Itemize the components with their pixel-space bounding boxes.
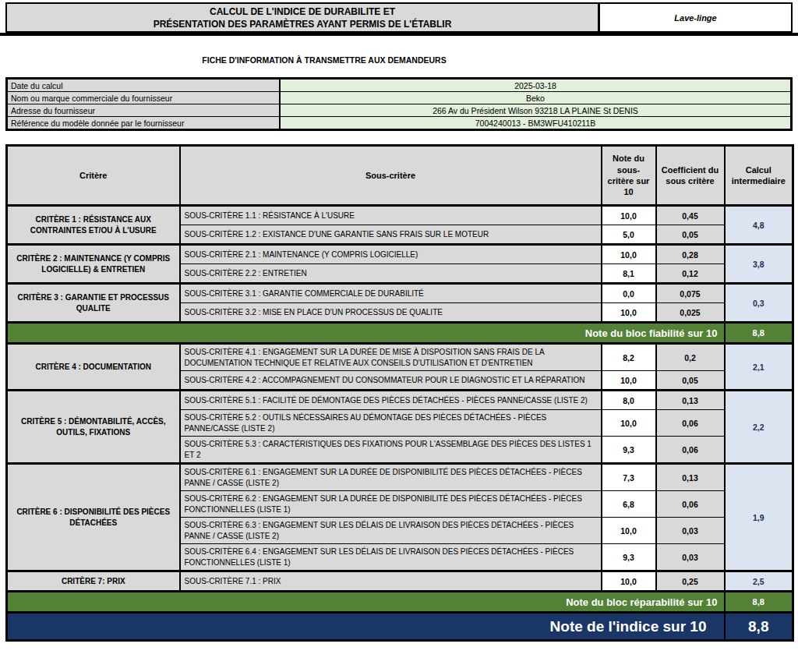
coefficient-cell: 0,45 [656,206,725,225]
note-cell: 7,3 [602,464,656,491]
note-cell: 10,0 [602,245,656,264]
note-cell: 5,0 [602,225,656,245]
sub-criterion-cell: SOUS-CRITÈRE 4.2 : ACCOMPAGNEMENT DU CON… [180,371,602,391]
page-title-line2: PRÉSENTATION DES PARAMÈTRES AYANT PERMIS… [154,18,452,30]
info-label: Nom ou marque commerciale du fournisseur [7,92,281,104]
criterion-cell: CRITÈRE 7: PRIX [7,571,180,592]
info-row: Date du calcul 2025-03-18 [7,79,792,92]
block-note-value: 8,8 [725,323,793,344]
block-summary-row: Note du bloc fiabilité sur 108,8 [7,323,793,344]
page-title-line1: CALCUL DE L'INDICE DE DURABILITE ET [210,5,395,18]
note-cell: 10,0 [602,518,656,544]
info-value: 7004240013 - BM3WFU410211B [280,117,792,130]
product-type-box: Lave-linge [598,2,793,33]
header-divider [0,33,798,36]
coefficient-cell: 0,28 [656,245,725,264]
sub-criterion-cell: SOUS-CRITÈRE 1.1 : RÉSISTANCE À L'USURE [180,206,602,225]
note-cell: 9,3 [602,544,656,571]
sub-criterion-cell: SOUS-CRITÈRE 6.4 : ENGAGEMENT SUR LES DÉ… [180,544,602,571]
block-note-label: Note du bloc réparabilité sur 10 [7,592,725,613]
coefficient-cell: 0,06 [656,491,725,518]
criterion-cell: CRITÈRE 5 : DÉMONTABILITÉ, ACCÈS, OUTILS… [7,391,180,464]
coefficient-cell: 0,13 [656,391,725,410]
note-cell: 0,0 [602,284,656,303]
info-value: 2025-03-18 [280,79,792,92]
coefficient-cell: 0,2 [656,344,725,371]
note-cell: 6,8 [602,491,656,518]
calc-intermediate-cell: 1,9 [725,464,793,571]
criterion-row: CRITÈRE 2 : MAINTENANCE (Y COMPRIS LOGIC… [7,245,793,264]
info-label: Référence du modèle donnée par le fourni… [7,117,281,130]
note-cell: 9,3 [602,437,656,464]
note-cell: 10,0 [602,371,656,391]
column-header-note: Note du sous-critère sur 10 [602,146,656,206]
note-cell: 10,0 [602,571,656,592]
calc-intermediate-cell: 0,3 [725,284,793,323]
note-cell: 10,0 [602,410,656,437]
criterion-row: CRITÈRE 6 : DISPONIBILITÉ DES PIÈCES DÉT… [7,464,793,491]
coefficient-cell: 0,025 [656,303,725,323]
durability-index-sheet: { "page": { "title_line1": "CALCUL DE L'… [0,0,798,672]
coefficient-cell: 0,06 [656,437,725,464]
note-cell: 10,0 [602,206,656,225]
sub-criterion-cell: SOUS-CRITÈRE 5.1 : FACILITÉ DE DÉMONTAGE… [180,391,602,410]
criterion-row: CRITÈRE 3 : GARANTIE ET PROCESSUS QUALIT… [7,284,793,303]
criterion-row: CRITÈRE 7: PRIXSOUS-CRITÈRE 7.1 : PRIX10… [7,571,793,592]
coefficient-cell: 0,03 [656,544,725,571]
sub-criterion-cell: SOUS-CRITÈRE 2.2 : ENTRETIEN [180,264,602,284]
criterion-cell: CRITÈRE 2 : MAINTENANCE (Y COMPRIS LOGIC… [7,245,180,284]
block-summary-row: Note du bloc réparabilité sur 108,8 [7,592,793,613]
criterion-cell: CRITÈRE 1 : RÉSISTANCE AUX CONTRAINTES E… [7,206,180,245]
index-note-value: 8,8 [725,613,793,641]
column-header-coefficient: Coefficient du sous critère [656,146,725,206]
index-note-label: Note de l'indice sur 10 [7,613,725,641]
info-row: Adresse du fournisseur 266 Av du Préside… [7,104,792,117]
column-header-sous-critere: Sous-critère [180,146,602,206]
info-value: Beko [280,92,792,104]
subtitle: FICHE D'INFORMATION À TRANSMETTRE AUX DE… [6,55,642,65]
criteria-table-body: CRITÈRE 1 : RÉSISTANCE AUX CONTRAINTES E… [7,206,793,641]
criterion-row: CRITÈRE 5 : DÉMONTABILITÉ, ACCÈS, OUTILS… [7,391,793,410]
note-cell: 8,0 [602,391,656,410]
sub-criterion-cell: SOUS-CRITÈRE 5.2 : OUTILS NÉCESSAIRES AU… [180,410,602,437]
criterion-cell: CRITÈRE 6 : DISPONIBILITÉ DES PIÈCES DÉT… [7,464,180,571]
product-type-label: Lave-linge [674,13,716,23]
header-strip: CALCUL DE L'INDICE DE DURABILITE ET PRÉS… [5,2,793,33]
info-label: Date du calcul [7,79,281,92]
coefficient-cell: 0,075 [656,284,725,303]
page-title: CALCUL DE L'INDICE DE DURABILITE ET PRÉS… [5,2,599,33]
note-cell: 10,0 [602,303,656,323]
info-row: Nom ou marque commerciale du fournisseur… [7,92,792,104]
criteria-table: Critère Sous-critère Note du sous-critèr… [5,144,794,642]
sub-criterion-cell: SOUS-CRITÈRE 7.1 : PRIX [180,571,602,592]
info-label: Adresse du fournisseur [7,104,281,117]
note-cell: 8,1 [602,264,656,284]
info-row: Référence du modèle donnée par le fourni… [7,117,792,130]
coefficient-cell: 0,06 [656,410,725,437]
sub-criterion-cell: SOUS-CRITÈRE 5.3 : CARACTÉRISTIQUES DES … [180,437,602,464]
calc-intermediate-cell: 2,1 [725,344,793,391]
criteria-table-header-row: Critère Sous-critère Note du sous-critèr… [7,146,793,206]
coefficient-cell: 0,25 [656,571,725,592]
coefficient-cell: 0,03 [656,518,725,544]
column-header-critere: Critère [7,146,180,206]
sub-criterion-cell: SOUS-CRITÈRE 6.1 : ENGAGEMENT SUR LA DUR… [180,464,602,491]
coefficient-cell: 0,05 [656,371,725,391]
sub-criterion-cell: SOUS-CRITÈRE 6.2 : ENGAGEMENT SUR LA DUR… [180,491,602,518]
calc-intermediate-cell: 3,8 [725,245,793,284]
sub-criterion-cell: SOUS-CRITÈRE 1.2 : EXISTANCE D'UNE GARAN… [180,225,602,245]
note-cell: 8,2 [602,344,656,371]
info-value: 266 Av du Président Wilson 93218 LA PLAI… [280,104,792,117]
block-note-value: 8,8 [725,592,793,613]
column-header-calcul: Calcul intermediaire [725,146,793,206]
coefficient-cell: 0,13 [656,464,725,491]
sub-criterion-cell: SOUS-CRITÈRE 3.1 : GARANTIE COMMERCIALE … [180,284,602,303]
calc-intermediate-cell: 4,8 [725,206,793,245]
block-note-label: Note du bloc fiabilité sur 10 [7,323,725,344]
supplier-info-table: Date du calcul 2025-03-18 Nom ou marque … [5,77,793,131]
calc-intermediate-cell: 2,2 [725,391,793,464]
criterion-cell: CRITÈRE 3 : GARANTIE ET PROCESSUS QUALIT… [7,284,180,323]
sub-criterion-cell: SOUS-CRITÈRE 2.1 : MAINTENANCE (Y COMPRI… [180,245,602,264]
coefficient-cell: 0,05 [656,225,725,245]
index-total-row: Note de l'indice sur 108,8 [7,613,793,641]
